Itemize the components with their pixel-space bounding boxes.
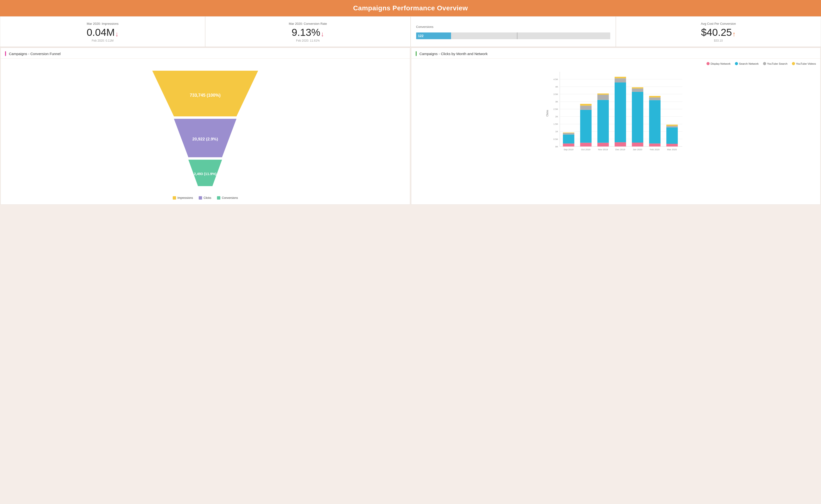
bar-jan-search — [632, 92, 643, 143]
bar-chart-title-bar — [416, 51, 417, 56]
svg-text:Dec 2019: Dec 2019 — [615, 148, 625, 151]
bar-nov-ytvideo — [597, 94, 609, 95]
kpi-row: Mar 2020: Impressions 0.04M ↓ Feb 2020: … — [0, 16, 821, 47]
impressions-value: 0.04M ↓ — [87, 27, 119, 38]
svg-text:2K: 2K — [555, 115, 558, 118]
bar-nov-display — [597, 143, 609, 147]
legend-conversions: Conversions — [217, 196, 238, 200]
legend-conversions-label: Conversions — [222, 196, 238, 200]
bar-chart-svg: 0K 0.5K 1K 1.5K 2K 2.5K — [416, 68, 816, 159]
bar-sep-ytvideo — [563, 132, 575, 133]
chart-legend: Display Network Search Network YouTube S… — [416, 62, 816, 65]
legend-conversions-dot — [217, 196, 220, 200]
legend-search-network: Search Network — [735, 62, 759, 65]
avg-cost-arrow: ↑ — [733, 31, 736, 38]
legend-impressions-dot — [173, 196, 176, 200]
kpi-impressions: Mar 2020: Impressions 0.04M ↓ Feb 2020: … — [0, 16, 205, 47]
bar-jan-display — [632, 143, 643, 146]
bar-nov-search — [597, 100, 609, 143]
conversions-bar-bg: 122 — [416, 32, 610, 39]
funnel-conversions-label: 2,493 (11.9%) — [194, 172, 216, 176]
svg-text:3K: 3K — [555, 100, 558, 103]
svg-text:2.5K: 2.5K — [553, 108, 558, 110]
bar-mar-ytvideo — [666, 125, 678, 126]
svg-text:4.5K: 4.5K — [553, 78, 558, 81]
bar-chart-panel-title: Campaigns - Clicks by Month and Network — [412, 48, 821, 59]
conversions-bar-wrap: 122 — [416, 32, 610, 39]
legend-impressions: Impressions — [173, 196, 193, 200]
funnel-clicks-label: 20,922 (2.9%) — [192, 137, 218, 141]
legend-yt-search-dot — [763, 62, 766, 65]
svg-text:Sep 2019: Sep 2019 — [563, 148, 573, 151]
bar-dec-ytvideo — [615, 77, 626, 78]
page-title: Campaigns Performance Overview — [0, 0, 821, 16]
conversions-label: Conversions — [416, 25, 434, 29]
bar-dec-ytsearch — [615, 78, 626, 82]
conversion-rate-prev: Feb 2020: 11.61% — [296, 39, 320, 42]
svg-text:Jan 2020: Jan 2020 — [633, 148, 642, 151]
svg-text:Mar 2020: Mar 2020 — [667, 148, 677, 151]
bar-oct-search — [580, 110, 592, 143]
bar-oct-display — [580, 143, 592, 147]
funnel-container: 733,745 (100%) 20,922 (2.9%) 2,493 (11.9… — [1, 59, 410, 204]
conversions-bar-fill: 122 — [416, 32, 451, 39]
impressions-prev: Feb 2020: 0.11M — [92, 39, 113, 42]
legend-display-network: Display Network — [707, 62, 731, 65]
legend-display-dot — [707, 62, 710, 65]
avg-cost-value: $40.25 ↑ — [701, 27, 736, 38]
legend-clicks-label: Clicks — [203, 196, 211, 200]
impressions-label: Mar 2020: Impressions — [87, 22, 119, 25]
bar-feb-ytvideo — [649, 96, 661, 97]
main-panels: Campaigns - Conversion Funnel 733,745 (1… — [0, 47, 821, 205]
legend-yt-videos: YouTube Videos — [792, 62, 816, 65]
svg-text:0K: 0K — [555, 145, 558, 148]
funnel-legend: Impressions Clicks Conversions — [173, 196, 238, 200]
kpi-avg-cost: Avg Cost Per Conversion $40.25 ↑ $33.10 — [616, 16, 821, 47]
bar-chart-panel: Campaigns - Clicks by Month and Network … — [411, 48, 821, 205]
legend-display-label: Display Network — [711, 62, 731, 65]
impressions-number: 0.04M — [87, 27, 115, 38]
conversion-rate-arrow: ↓ — [321, 31, 324, 38]
bar-dec-display — [615, 142, 626, 146]
svg-text:4K: 4K — [555, 85, 558, 88]
legend-yt-search: YouTube Search — [763, 62, 788, 65]
bar-feb-display — [649, 144, 661, 146]
avg-cost-number: $40.25 — [701, 27, 732, 38]
bar-jan-ytvideo — [632, 87, 643, 88]
bar-jan-ytsearch — [632, 88, 643, 92]
avg-cost-label: Avg Cost Per Conversion — [701, 22, 736, 25]
funnel-panel: Campaigns - Conversion Funnel 733,745 (1… — [0, 48, 410, 205]
conversions-bar-line — [517, 32, 518, 39]
bar-dec-search — [615, 82, 626, 142]
svg-text:Nov 2019: Nov 2019 — [598, 148, 608, 151]
svg-text:Clicks: Clicks — [546, 110, 549, 117]
bar-sep-search — [563, 134, 575, 143]
svg-text:1.5K: 1.5K — [553, 123, 558, 125]
bar-feb-search — [649, 100, 661, 143]
funnel-title-bar — [5, 51, 6, 56]
bar-feb-ytsearch — [649, 97, 661, 100]
legend-clicks-dot — [199, 196, 202, 200]
legend-clicks: Clicks — [199, 196, 211, 200]
conversions-value: 122 — [418, 34, 424, 38]
legend-yt-videos-label: YouTube Videos — [796, 62, 816, 65]
bar-oct-ytsearch — [580, 106, 592, 110]
bar-mar-display — [666, 144, 678, 146]
impressions-arrow: ↓ — [115, 31, 119, 38]
bar-sep-display — [563, 144, 575, 146]
avg-cost-prev: $33.10 — [714, 39, 723, 42]
legend-search-dot — [735, 62, 738, 65]
bar-mar-search — [666, 127, 678, 144]
funnel-impressions-label: 733,745 (100%) — [190, 93, 220, 98]
conversion-rate-value: 9.13% ↓ — [291, 27, 324, 38]
kpi-conversion-rate: Mar 2020: Conversion Rate 9.13% ↓ Feb 20… — [205, 16, 410, 47]
svg-text:3.5K: 3.5K — [553, 93, 558, 95]
funnel-svg: 733,745 (100%) 20,922 (2.9%) 2,493 (11.9… — [147, 66, 263, 192]
legend-impressions-label: Impressions — [177, 196, 193, 200]
svg-text:Oct 2019: Oct 2019 — [581, 148, 590, 151]
funnel-panel-title: Campaigns - Conversion Funnel — [1, 48, 410, 59]
bar-sep-ytsearch — [563, 133, 575, 134]
bar-mar-ytsearch — [666, 126, 678, 127]
legend-yt-videos-dot — [792, 62, 795, 65]
svg-text:Feb 2020: Feb 2020 — [650, 148, 659, 151]
